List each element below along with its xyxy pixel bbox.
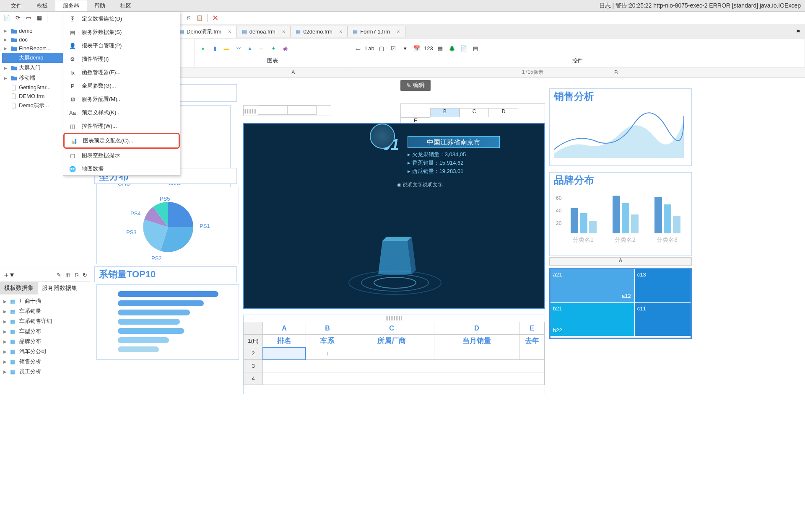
table-cell[interactable] xyxy=(349,347,434,360)
table-col-header[interactable]: A xyxy=(263,322,306,335)
bar-chart-icon[interactable]: ▮ xyxy=(210,44,219,53)
add-icon[interactable]: ＋▾ xyxy=(3,270,14,280)
more-widget-icon[interactable]: ▤ xyxy=(471,44,480,53)
table-row-header[interactable]: 2 xyxy=(244,347,263,360)
file-widget-icon[interactable]: 📄 xyxy=(459,44,468,53)
menu-chart-empty-hint[interactable]: ▢图表空数据提示 xyxy=(63,149,180,162)
radar-chart-icon[interactable]: ✦ xyxy=(269,44,278,53)
table-col-header[interactable]: E xyxy=(519,322,545,335)
table-cell[interactable]: 当月销量 xyxy=(434,335,519,347)
combo-widget-icon[interactable]: ▾ xyxy=(400,44,410,53)
tab-template-dataset[interactable]: 模板数据集 xyxy=(0,282,38,294)
widget-title-series-top10[interactable]: 系销量TOP10 xyxy=(94,266,237,282)
pie-chart-icon[interactable]: ● xyxy=(198,44,208,53)
checkbox-widget-icon[interactable]: ☑ xyxy=(389,44,398,53)
dataset-item[interactable]: ▶▦车型分布 xyxy=(2,326,88,336)
table-col-header[interactable]: B xyxy=(306,322,349,335)
dataset-item[interactable]: ▶▦厂商十强 xyxy=(2,296,88,306)
widget-brand-bars[interactable]: 品牌分布 60 40 20 分类名1 分类名2 分类名3 xyxy=(549,172,692,256)
file-tab[interactable]: ▤Demo演示.frm× xyxy=(174,26,237,38)
menu-report-platform[interactable]: 👤报表平台管理(P) xyxy=(63,39,180,52)
column-chart-icon[interactable]: ▬ xyxy=(222,44,231,53)
table-col-header[interactable]: D xyxy=(434,322,519,335)
table-row-header[interactable]: 3 xyxy=(244,360,263,372)
widget-horizontal-bars[interactable] xyxy=(96,284,239,360)
menu-predefined-style[interactable]: Aa预定义样式(K)... xyxy=(63,106,180,119)
table-cell[interactable] xyxy=(263,360,545,372)
edit-icon[interactable]: ✎ xyxy=(57,272,61,278)
line-chart-icon[interactable]: 〰 xyxy=(234,44,243,53)
copy-icon[interactable]: ⎘ xyxy=(75,272,78,278)
widget-treemap[interactable]: a21a12 c13 b21b22 c11 xyxy=(549,268,692,339)
tab-server-dataset[interactable]: 服务器数据集 xyxy=(38,282,81,294)
drag-handle-icon[interactable] xyxy=(386,316,402,320)
close-icon[interactable]: × xyxy=(339,28,343,35)
table-cell[interactable]: 所属厂商 xyxy=(349,335,434,347)
label-widget-icon[interactable]: Lab xyxy=(365,44,374,53)
tree-widget-icon[interactable]: 🌲 xyxy=(447,44,457,53)
close-icon[interactable]: × xyxy=(228,28,231,35)
close-icon[interactable]: × xyxy=(397,28,400,35)
text-widget-icon[interactable]: ▭ xyxy=(353,44,363,53)
dataset-item[interactable]: ▶▦销售分析 xyxy=(2,356,88,367)
file-tab[interactable]: ▤02demo.frm× xyxy=(291,26,348,37)
refresh-icon[interactable]: ⟳ xyxy=(13,13,22,23)
menu-community[interactable]: 社区 xyxy=(113,0,139,11)
menu-global-params[interactable]: P全局参数(G)... xyxy=(63,79,180,93)
dataset-item[interactable]: ▶▦车系销量 xyxy=(2,306,88,316)
table-cell[interactable] xyxy=(519,347,545,360)
table-cell[interactable]: 去年 xyxy=(519,335,545,347)
menu-plugin-manager[interactable]: ⚙插件管理(I) xyxy=(63,52,180,66)
widget-sales-analysis[interactable]: 销售分析 xyxy=(549,88,692,166)
dataset-item[interactable]: ▶▦员工分析 xyxy=(2,367,88,377)
grid-icon[interactable]: ▦ xyxy=(35,13,44,23)
table-cell[interactable]: 车系 xyxy=(306,335,349,347)
design-canvas[interactable]: A 1715像素 B ✎编辑 P10 销售分析 nine seven one t… xyxy=(90,67,805,532)
menu-file[interactable]: 文件 xyxy=(3,0,29,11)
paste-icon[interactable]: 📋 xyxy=(195,13,204,23)
menu-template[interactable]: 模板 xyxy=(29,0,55,11)
menu-define-data-connection[interactable]: 🗄定义数据连接(D) xyxy=(63,12,180,26)
date-widget-icon[interactable]: 📅 xyxy=(412,44,421,53)
bubble-chart-icon[interactable]: ◉ xyxy=(280,44,290,53)
file-tab[interactable]: ▤Form7 1.frm× xyxy=(348,26,405,37)
menu-chart-predefined-color[interactable]: 📊图表预定义配色(C)... xyxy=(63,133,180,149)
menu-server-dataset[interactable]: ▤服务器数据集(S) xyxy=(63,26,180,39)
table-cell[interactable] xyxy=(263,372,545,385)
menu-widget-manager[interactable]: ◫控件管理(W)... xyxy=(63,119,180,133)
open-icon[interactable]: ▭ xyxy=(24,13,33,23)
refresh-icon[interactable]: ↻ xyxy=(83,272,87,278)
menu-help[interactable]: 帮助 xyxy=(87,0,113,11)
delete-icon[interactable]: 🗑 xyxy=(65,272,71,278)
widget-dashboard[interactable]: 01 中国江苏省南京市 ▸ 火龙果销量：3,034,05 ▸ 香蕉销量：15,9… xyxy=(243,123,545,309)
menu-map-data[interactable]: 🌐地图数据 xyxy=(63,162,180,176)
menu-function-manager[interactable]: fx函数管理器(F)... xyxy=(63,66,180,79)
table-cell[interactable]: 排名 xyxy=(263,335,306,347)
data-table[interactable]: A B C D E 1(H) 排名 车系 所属厂商 当月销量 去年 2 ↓ xyxy=(244,322,545,385)
area-chart-icon[interactable]: ▲ xyxy=(245,44,254,53)
dataset-item[interactable]: ▶▦品牌分布 xyxy=(2,336,88,346)
table-cell[interactable]: ↓ xyxy=(306,347,349,360)
file-tab[interactable]: ▤demoa.frm× xyxy=(237,26,291,37)
grid-widget-icon[interactable]: ▦ xyxy=(436,44,445,53)
copy-icon[interactable]: ⎘ xyxy=(184,13,193,23)
mini-table[interactable] xyxy=(243,105,331,116)
drag-handle-icon[interactable] xyxy=(244,109,256,114)
table-cell-selected[interactable] xyxy=(263,347,306,360)
button-widget-icon[interactable]: ▢ xyxy=(377,44,386,53)
number-widget-icon[interactable]: 123 xyxy=(424,44,433,53)
table-row-header[interactable]: 4 xyxy=(244,372,263,385)
dataset-item[interactable]: ▶▦车系销售详细 xyxy=(2,316,88,326)
table-col-header[interactable]: C xyxy=(349,322,434,335)
widget-pie-chart[interactable]: PS1 PS2 PS3 PS4 PS5 xyxy=(96,187,239,264)
edit-button[interactable]: ✎编辑 xyxy=(400,80,431,91)
table-row-header[interactable]: 1(H) xyxy=(244,335,263,347)
delete-icon[interactable]: ✕ xyxy=(210,13,220,23)
widget-data-table[interactable]: A B C D E 1(H) 排名 车系 所属厂商 当月销量 去年 2 ↓ xyxy=(243,315,545,394)
new-icon[interactable]: 📄 xyxy=(2,13,11,23)
menu-server-config[interactable]: 🖥服务器配置(M)... xyxy=(63,93,180,106)
close-icon[interactable]: × xyxy=(282,28,286,35)
scatter-chart-icon[interactable]: ⁘ xyxy=(257,44,266,53)
dataset-item[interactable]: ▶▦汽车分公司 xyxy=(2,346,88,356)
menu-server[interactable]: 服务器 xyxy=(55,0,87,11)
